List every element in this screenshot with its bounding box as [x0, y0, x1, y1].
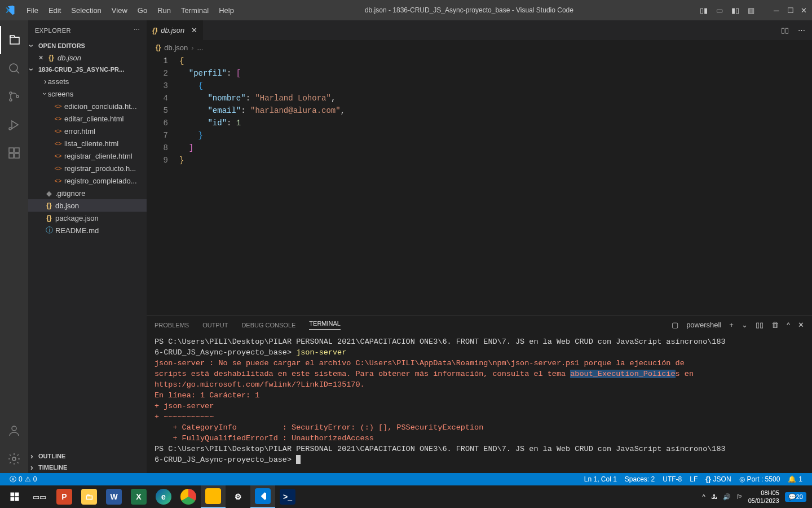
terminal-dropdown-icon[interactable]: ⌄ [742, 321, 748, 329]
toggle-secondary-sidebar-icon[interactable]: ▮▯ [731, 6, 740, 15]
git-icon: ◆ [44, 189, 54, 198]
start-button[interactable] [2, 485, 27, 508]
status-port[interactable]: ◎Port : 5500 [735, 475, 784, 483]
terminal-shell-icon[interactable]: ▢ [672, 321, 678, 329]
terminal-output[interactable]: PS C:\Users\PILI\Desktop\PILAR PERSONAL … [147, 334, 812, 473]
svg-rect-5 [9, 148, 14, 152]
status-language[interactable]: {}JSON [701, 475, 735, 483]
task-view-button[interactable]: ▭▭ [27, 485, 52, 508]
minimize-button[interactable]: ─ [767, 6, 780, 15]
system-tray[interactable]: ^ 🖧 🔊 🏳 08H05 05/01/2023 💬20 [703, 489, 810, 505]
activity-source-control[interactable] [0, 82, 28, 111]
file-lista[interactable]: <>lista_cliente.html [28, 137, 147, 150]
menu-terminal[interactable]: Terminal [176, 0, 214, 20]
activity-bar [0, 20, 28, 473]
panel-tab-output[interactable]: OUTPUT [202, 322, 228, 329]
menu-file[interactable]: File [21, 0, 43, 20]
activity-account[interactable] [0, 417, 28, 445]
tray-notifications[interactable]: 💬20 [785, 492, 806, 502]
menu-run[interactable]: Run [152, 0, 176, 20]
activity-search[interactable] [0, 54, 28, 82]
breadcrumb[interactable]: {} db.json › ... [147, 40, 812, 55]
explorer-more-icon[interactable]: ⋯ [134, 27, 140, 34]
taskbar-explorer[interactable]: 🗀 [77, 485, 102, 508]
warning-icon: ⚠ [25, 475, 31, 483]
tab-close-icon[interactable]: ✕ [191, 26, 197, 34]
taskbar-notes[interactable] [201, 485, 226, 508]
status-spaces[interactable]: Spaces: 2 [621, 475, 659, 483]
explorer-title: EXPLORER [35, 27, 71, 34]
file-registro-completado[interactable]: <>registro_completado... [28, 174, 147, 187]
code-editor[interactable]: 123456789 { "perfil": [ { "nombre": "Har… [147, 55, 812, 315]
tray-volume-icon[interactable]: 🔊 [723, 493, 731, 501]
file-editar[interactable]: <>editar_cliente.html [28, 112, 147, 125]
file-db-json[interactable]: {}db.json [28, 199, 147, 212]
taskbar-edge[interactable]: e [151, 485, 176, 508]
chevron-down-icon [44, 89, 47, 98]
code-content[interactable]: { "perfil": [ { "nombre": "Harland Lohor… [179, 55, 812, 315]
menu-view[interactable]: View [107, 0, 133, 20]
editor-tabs: {} db.json ✕ ▯▯ ⋯ [147, 20, 812, 40]
split-terminal-icon[interactable]: ▯▯ [756, 321, 764, 329]
html-icon: <> [53, 165, 63, 172]
taskbar-powershell[interactable]: >_ [275, 485, 300, 508]
menu-edit[interactable]: Edit [43, 0, 66, 20]
taskbar-word[interactable]: W [102, 485, 126, 508]
file-registrar-producto[interactable]: <>registrar_producto.h... [28, 162, 147, 174]
taskbar-chrome[interactable] [176, 485, 201, 508]
toggle-primary-sidebar-icon[interactable]: ▯▮ [699, 6, 708, 15]
project-section[interactable]: 1836-CRUD_JS_ASYNC-PR... [28, 64, 147, 75]
kill-terminal-icon[interactable]: 🗑 [771, 321, 779, 329]
maximize-button[interactable]: ☐ [780, 6, 794, 15]
folder-screens[interactable]: screens [28, 87, 147, 100]
panel-tab-problems[interactable]: PROBLEMS [155, 322, 189, 329]
file-registrar-cliente[interactable]: <>registrar_cliente.html [28, 150, 147, 162]
maximize-panel-icon[interactable]: ^ [787, 321, 790, 329]
tray-clock[interactable]: 08H05 05/01/2023 [748, 489, 779, 505]
svg-point-1 [10, 92, 12, 94]
close-panel-icon[interactable]: ✕ [798, 321, 804, 329]
tray-chevron-icon[interactable]: ^ [703, 493, 705, 500]
activity-settings[interactable] [0, 445, 28, 473]
open-editor-item[interactable]: ✕ {} db.json [28, 51, 147, 64]
timeline-section[interactable]: TIMELINE [28, 462, 147, 473]
close-button[interactable]: ✕ [794, 6, 807, 15]
file-package-json[interactable]: {}package.json [28, 212, 147, 224]
close-editor-icon[interactable]: ✕ [38, 54, 46, 62]
folder-assets[interactable]: assets [28, 75, 147, 87]
svg-rect-6 [15, 148, 19, 152]
customize-layout-icon[interactable]: ▥ [747, 6, 756, 15]
taskbar-powerpoint[interactable]: P [52, 485, 77, 508]
tray-language[interactable]: 🏳 [736, 493, 743, 500]
file-gitignore[interactable]: ◆.gitignore [28, 187, 147, 199]
open-editors-section[interactable]: OPEN EDITORS [28, 40, 147, 51]
taskbar-excel[interactable]: X [126, 485, 151, 508]
tab-db-json[interactable]: {} db.json ✕ [147, 20, 204, 40]
new-terminal-icon[interactable]: + [729, 321, 734, 329]
activity-extensions[interactable] [0, 139, 28, 167]
activity-explorer[interactable] [0, 26, 28, 54]
panel-tab-terminal[interactable]: TERMINAL [309, 320, 341, 330]
split-editor-icon[interactable]: ▯▯ [781, 26, 789, 34]
outline-section[interactable]: OUTLINE [28, 450, 147, 462]
menu-go[interactable]: Go [133, 0, 152, 20]
terminal-shell-label[interactable]: powershell [686, 321, 721, 329]
status-encoding[interactable]: UTF-8 [659, 475, 686, 483]
tab-more-icon[interactable]: ⋯ [798, 26, 805, 34]
status-notifications[interactable]: 🔔1 [784, 475, 806, 483]
status-cursor[interactable]: Ln 1, Col 1 [580, 475, 621, 483]
tray-network-icon[interactable]: 🖧 [711, 493, 717, 500]
file-edicion[interactable]: <>edicion_concluida.ht... [28, 100, 147, 112]
status-errors[interactable]: ⓧ0⚠0 [6, 475, 41, 484]
status-eol[interactable]: LF [686, 475, 701, 483]
minimap[interactable] [767, 55, 812, 89]
file-readme[interactable]: ⓘREADME.md [28, 224, 147, 237]
menu-help[interactable]: Help [214, 0, 239, 20]
file-error[interactable]: <>error.html [28, 125, 147, 137]
activity-run-debug[interactable] [0, 111, 28, 139]
toggle-panel-icon[interactable]: ▭ [715, 6, 724, 15]
menu-selection[interactable]: Selection [66, 0, 106, 20]
taskbar-vscode[interactable] [250, 485, 275, 508]
panel-tab-debug[interactable]: DEBUG CONSOLE [241, 322, 295, 329]
taskbar-settings[interactable]: ⚙ [226, 485, 250, 508]
